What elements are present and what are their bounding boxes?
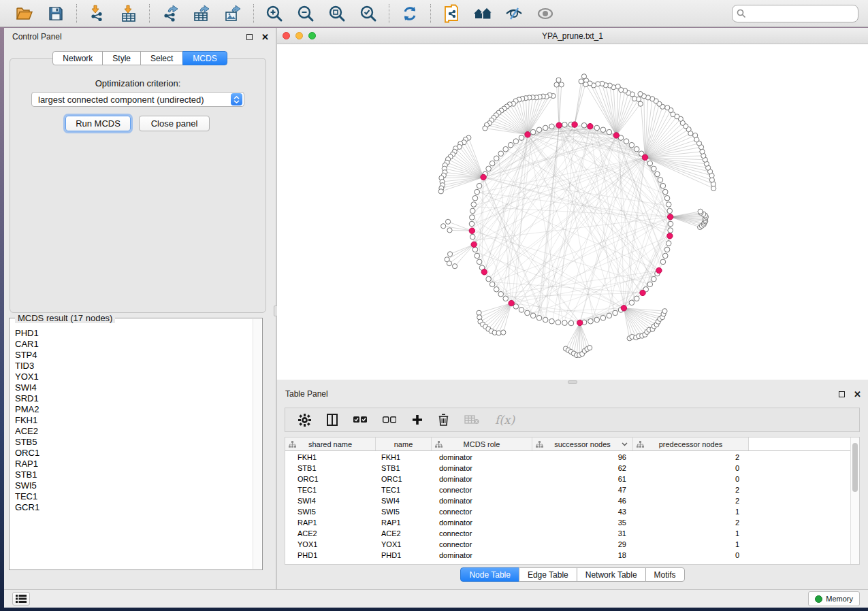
- result-list-item[interactable]: ACE2: [15, 426, 252, 437]
- table-cell: 1: [633, 506, 749, 517]
- table-cell: dominator: [432, 517, 532, 528]
- column-label: predecessor nodes: [659, 440, 723, 448]
- column-header-predecessor-nodes[interactable]: predecessor nodes: [633, 437, 749, 450]
- table-cell: 0: [633, 474, 749, 484]
- table-row[interactable]: RAP1RAP1dominator352: [285, 517, 850, 528]
- result-list-scrollbar[interactable]: [253, 319, 261, 569]
- home-networks-button[interactable]: [472, 3, 494, 24]
- mcds-result-group: MCDS result (17 nodes) PHD1CAR1STP4TID3Y…: [9, 318, 263, 570]
- show-panels-button[interactable]: [534, 3, 556, 24]
- result-list-item[interactable]: CAR1: [15, 339, 252, 350]
- network-document-button[interactable]: [440, 3, 462, 24]
- table-cell: 35: [532, 517, 633, 528]
- result-list-item[interactable]: TID3: [15, 361, 252, 371]
- tab-select[interactable]: Select: [140, 51, 183, 65]
- delete-column-button[interactable]: [438, 412, 449, 428]
- network-canvas[interactable]: [277, 44, 868, 380]
- column-label: MCDS role: [464, 440, 500, 448]
- table-row[interactable]: ORC1ORC1dominator610: [285, 474, 850, 484]
- run-mcds-button[interactable]: Run MCDS: [65, 116, 131, 131]
- result-list-item[interactable]: FKH1: [15, 415, 252, 426]
- table-cell: 0: [633, 463, 749, 474]
- result-list-item[interactable]: YOX1: [15, 371, 252, 382]
- export-network-button[interactable]: [159, 3, 181, 24]
- column-header-shared-name[interactable]: shared name: [285, 437, 376, 450]
- tab-network-table[interactable]: Network Table: [577, 567, 646, 582]
- close-panel-icon[interactable]: ✕: [854, 390, 861, 399]
- table-panel-tabs: Node Table Edge Table Network Table Moti…: [277, 567, 868, 582]
- status-bar: Memory: [4, 589, 868, 608]
- column-header-name[interactable]: name: [376, 437, 432, 450]
- column-header-successor-nodes[interactable]: successor nodes: [532, 437, 633, 450]
- result-list-item[interactable]: SRD1: [15, 393, 252, 404]
- close-panel-button[interactable]: Close panel: [139, 116, 210, 131]
- table-panel-title: Table Panel: [284, 389, 839, 399]
- tab-edge-table[interactable]: Edge Table: [519, 567, 577, 582]
- toolbar-separator: [430, 4, 431, 23]
- result-list-item[interactable]: GCR1: [15, 502, 252, 513]
- optimization-criterion-select[interactable]: largest connected component (undirected): [31, 92, 244, 107]
- search-input[interactable]: [732, 5, 858, 22]
- tab-network[interactable]: Network: [52, 51, 103, 65]
- table-cell: FKH1: [285, 452, 376, 463]
- column-header-mcds-role[interactable]: MCDS role: [432, 437, 532, 450]
- memory-button[interactable]: Memory: [808, 591, 860, 606]
- result-list-item[interactable]: PHD1: [15, 328, 252, 339]
- network-list-button[interactable]: [12, 592, 30, 606]
- column-label: name: [394, 440, 413, 448]
- result-list-item[interactable]: PMA2: [15, 404, 252, 415]
- table-settings-button[interactable]: [298, 412, 311, 428]
- deselect-all-columns-button[interactable]: [383, 412, 396, 428]
- table-row[interactable]: ACE2ACE2connector311: [285, 528, 850, 539]
- table-cell: dominator: [432, 463, 532, 474]
- refresh-layout-button[interactable]: [399, 3, 421, 24]
- table-cell: YOX1: [376, 539, 432, 550]
- scrollbar-thumb[interactable]: [852, 443, 858, 492]
- import-network-button[interactable]: [86, 3, 108, 24]
- zoom-selected-button[interactable]: [357, 3, 379, 24]
- table-row[interactable]: SWI5SWI5connector431: [285, 506, 850, 517]
- table-cell: connector: [432, 539, 532, 550]
- export-table-button[interactable]: [191, 3, 212, 24]
- select-stepper-icon: [231, 93, 242, 105]
- table-row[interactable]: TEC1TEC1connector472: [285, 484, 850, 495]
- result-list-item[interactable]: STP4: [15, 350, 252, 361]
- create-column-button[interactable]: [412, 412, 423, 428]
- splitter-grip-icon[interactable]: [568, 380, 577, 384]
- mcds-result-title: MCDS result (17 nodes): [15, 313, 115, 323]
- table-row[interactable]: SWI4SWI4dominator462: [285, 495, 850, 506]
- result-list-item[interactable]: TEC1: [15, 491, 252, 502]
- table-row[interactable]: PHD1PHD1dominator180: [285, 550, 850, 561]
- import-table-button[interactable]: [118, 3, 140, 24]
- result-list-item[interactable]: RAP1: [15, 459, 252, 469]
- result-list-item[interactable]: ORC1: [15, 448, 252, 459]
- result-list-item[interactable]: SWI4: [15, 382, 252, 393]
- zoom-out-button[interactable]: [295, 3, 317, 24]
- table-row[interactable]: FKH1FKH1dominator962: [285, 452, 850, 463]
- export-image-button[interactable]: [222, 3, 244, 24]
- float-panel-icon[interactable]: [839, 391, 845, 397]
- select-all-columns-button[interactable]: [353, 412, 367, 428]
- save-session-button[interactable]: [45, 3, 67, 24]
- tab-style[interactable]: Style: [102, 51, 141, 65]
- table-row[interactable]: YOX1YOX1connector291: [285, 539, 850, 550]
- tab-node-table[interactable]: Node Table: [460, 567, 519, 582]
- table-cell: ORC1: [285, 474, 376, 484]
- open-file-button[interactable]: [14, 3, 35, 24]
- table-scrollbar[interactable]: [850, 437, 859, 564]
- tab-mcds[interactable]: MCDS: [182, 51, 227, 65]
- zoom-fit-button[interactable]: [326, 3, 348, 24]
- table-panel-splitter[interactable]: [277, 380, 868, 385]
- open-folder-icon: [16, 5, 33, 22]
- table-row[interactable]: STB1STB1dominator620: [285, 463, 850, 474]
- zoom-in-button[interactable]: [263, 3, 285, 24]
- result-list-item[interactable]: STB5: [15, 437, 252, 448]
- column-layout-button[interactable]: [327, 412, 338, 428]
- tab-motifs[interactable]: Motifs: [645, 567, 685, 582]
- result-list-item[interactable]: STB1: [15, 469, 252, 480]
- result-list-item[interactable]: SWI5: [15, 480, 252, 491]
- close-panel-icon[interactable]: ✕: [261, 33, 269, 42]
- hide-panels-button[interactable]: [503, 3, 525, 24]
- float-panel-icon[interactable]: [246, 34, 253, 40]
- column-label: successor nodes: [554, 440, 611, 448]
